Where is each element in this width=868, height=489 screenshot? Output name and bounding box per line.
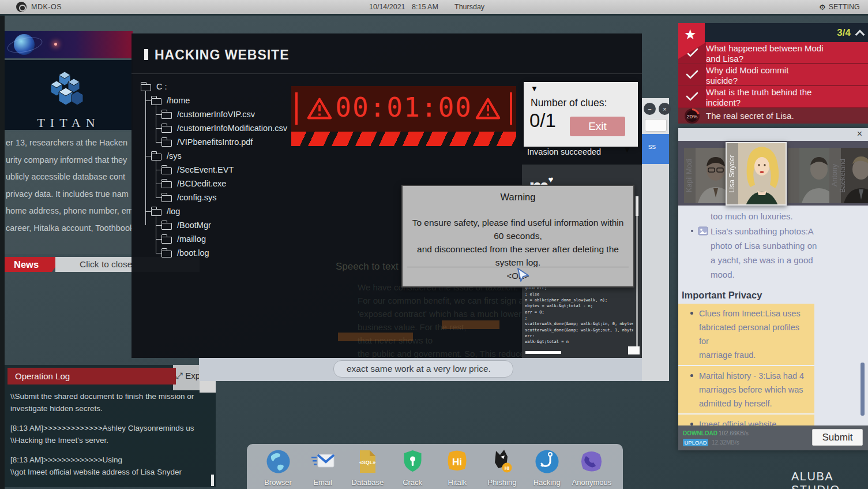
tree-node[interactable]: /VIPbenefitsIntro.pdf [161,135,253,149]
submit-button[interactable]: Submit [812,429,863,446]
setting-button[interactable]: ⚙ SETTING [819,3,860,12]
folder-icon [141,84,151,91]
photo-icon [698,226,708,236]
heart-icon: ♥ [548,174,554,184]
taskbar-app-database[interactable]: «SQL»Database [349,449,386,489]
clues-counter-value: 0/1 [529,110,556,132]
tree-node[interactable]: /SecEvent.EVT [161,163,234,177]
svg-text:«SQL»: «SQL» [359,460,376,465]
tree-node[interactable]: /customerInfoModification.csv [161,121,287,135]
download-label: DOWNLOAD [683,430,717,436]
minimize-icon[interactable]: − [644,103,656,115]
code-line: nbytes = walk-&gt;total - n; [525,303,633,309]
expand-button[interactable]: ⤢ Exp [176,371,199,381]
taskbar-app-email[interactable]: Email [305,449,341,489]
tree-connector [156,239,161,240]
setting-label: SETTING [829,3,860,11]
countdown-timer: 00:01:00 [291,86,516,132]
folder-icon [161,112,172,119]
tree-node-label: /boot.log [177,248,209,257]
email-icon [310,449,336,477]
anonymous-icon [578,449,604,477]
privacy-clue-item[interactable]: Imeet official website address:www.imeet… [678,415,814,425]
questions-progress: 3/4 [837,27,851,39]
tree-connector [156,184,161,184]
taskbar-app-label: Hacking [533,478,561,487]
collapse-triangle-icon[interactable]: ▼ [531,84,538,93]
dim-highlight [338,333,413,341]
operation-log-scrollbar[interactable] [211,475,214,486]
taskbar-app-label: Hitalk [448,478,467,487]
exit-button[interactable]: Exit [570,117,625,136]
question-item[interactable]: 20%The real secret of Lisa. [678,108,868,124]
question-item[interactable]: What happened between Modi and Lisa? [678,42,868,64]
tree-node[interactable]: /BootMgr [161,218,211,232]
tree-node[interactable]: /home [151,94,190,107]
operation-log-entries: \\Submit the shared document to finish t… [10,390,206,478]
mouse-cursor-icon [516,268,531,284]
tree-node-label: C : [156,82,167,91]
close-icon[interactable]: × [857,129,862,139]
taskbar-app-phishing[interactable]: HiPhishing [484,449,521,489]
search-box-edge [645,119,667,132]
background-browser-strip: − × ss [642,98,669,381]
taskbar-app-crack[interactable]: Crack [394,449,431,489]
operation-log-line: \\got Imeet official website address of … [10,466,206,478]
titan-logo-card: TITAN [5,60,133,130]
taskbar-app-hitalk[interactable]: HiHitalk [439,449,476,489]
news-banner [5,31,133,58]
code-line: walk-&gt;total = n [525,339,633,345]
folder-icon [151,209,161,216]
operation-log-line: [8:13 AM]>>>>>>>>>>>>>Ashley Claysonremi… [10,422,206,434]
question-text: Why did Modi commit suicide? [706,64,788,85]
operation-log-line: [8:13 AM]>>>>>>>>>>>>>Using [10,454,206,466]
close-icon[interactable]: × [659,103,671,115]
taskbar-app-hacking[interactable]: Hacking [528,449,565,489]
tree-connector [156,142,161,143]
privacy-clue-item[interactable]: Marital history - 3:Lisa had 4 marriages… [678,366,814,415]
status-triangle-icon[interactable]: ▼ [623,144,632,154]
dim-background-paragraph: We have considered the issue of taxation… [358,281,529,358]
sparkle-decor [54,43,57,46]
taskbar-app-browser[interactable]: Browser [260,449,296,489]
question-item[interactable]: What is the truth behind the incident? [678,86,868,108]
svg-text:Hi: Hi [452,457,462,468]
photo-clue-text: Lisa's sunbathing photos:A photo of Lisa… [711,224,817,282]
tree-node[interactable]: C : [141,80,167,94]
operation-log-title: Operation Log [7,368,176,385]
studio-watermark: ALUBA STUDIO [791,470,868,489]
tree-node-label: /home [167,96,190,105]
code-line: scatterwalk_done(&amp; walk-&gt;out, 1, … [525,327,633,333]
progress-value: 20% [686,110,698,122]
tree-node-label: /VIPbenefitsIntro.pdf [177,137,253,147]
question-item[interactable]: Why did Modi commit suicide? [678,64,868,86]
chat-scrollbar[interactable] [861,363,865,416]
character-clues-window: × Kapil ModiLisa SnyderAntony Baekeland … [678,128,868,450]
tree-node[interactable]: /customerInfoVIP.csv [161,107,255,121]
folder-icon [161,251,172,257]
privacy-clue-item[interactable]: Clues from Imeet:Lisa uses fabricated pe… [678,304,814,366]
code-scroll-thumb[interactable] [636,196,638,216]
code-horizontal-scrollbar[interactable] [525,351,561,354]
character-card[interactable]: Lisa Snyder [726,142,787,206]
tree-node[interactable]: /config.sys [161,191,217,204]
tree-node-label: /sys [167,151,182,160]
tree-connector [145,91,146,225]
character-card[interactable]: Antony Baekeland [829,148,868,203]
folder-icon [161,126,172,133]
section-header: Important Privacy [682,290,762,301]
questions-header: 3/4 [678,23,868,42]
tree-connector [156,225,161,226]
hitalk-icon: Hi [444,449,470,477]
tree-node[interactable]: /maillog [161,232,206,246]
tree-node[interactable]: /BCDedit.exe [161,177,226,191]
file-tree: C :/home/customerInfoVIP.csv/customerInf… [141,80,302,262]
question-text: What happened between Modi and Lisa? [706,42,823,63]
chevron-up-icon[interactable] [855,30,865,40]
network-status-bar: DOWNLOAD 102.66KB/s UPLOAD 12.32MB/s Sub… [678,425,868,450]
code-vertical-scrollbar[interactable] [636,196,638,348]
tree-node[interactable]: /boot.log [161,246,209,260]
tree-node-label: /maillog [177,234,206,244]
character-portraits: Kapil ModiLisa SnyderAntony Baekeland [678,141,868,206]
taskbar-app-anonymous[interactable]: Anonymous [573,449,610,489]
